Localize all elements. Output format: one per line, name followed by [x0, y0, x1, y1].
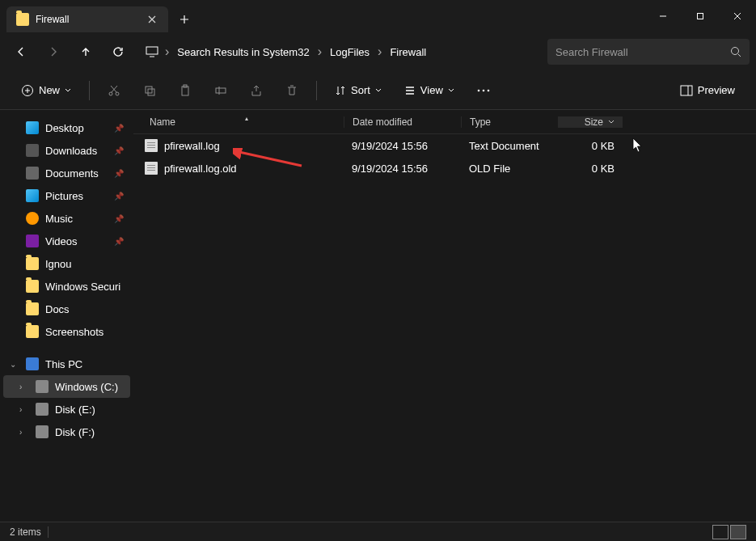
breadcrumb-bar[interactable]: › Search Results in System32 › LogFiles … — [136, 39, 544, 65]
new-tab-button[interactable] — [171, 6, 197, 32]
sidebar-item-drive[interactable]: ›Disk (F:) — [3, 421, 130, 443]
tab-title: Firewall — [36, 14, 139, 25]
drive-icon — [36, 380, 49, 393]
sidebar-item[interactable]: Downloads📌 — [3, 139, 130, 162]
pc-icon — [26, 357, 39, 370]
sidebar-label: This PC — [45, 358, 82, 370]
folder-icon — [26, 257, 39, 270]
share-button[interactable] — [242, 78, 271, 104]
pc-icon[interactable] — [142, 37, 162, 66]
maximize-button[interactable] — [682, 0, 719, 32]
copy-button[interactable] — [135, 78, 164, 104]
sidebar-item[interactable]: Screenshots — [3, 320, 130, 343]
minimize-button[interactable] — [644, 0, 682, 32]
tab-firewall[interactable]: Firewall — [6, 6, 168, 32]
paste-button[interactable] — [171, 78, 200, 104]
svg-point-4 — [109, 92, 112, 95]
sidebar-label: Desktop — [45, 122, 84, 134]
delete-button[interactable] — [277, 78, 306, 104]
breadcrumb-item[interactable]: Firewall — [385, 43, 431, 61]
sidebar-label: Disk (E:) — [55, 404, 95, 416]
sidebar-item[interactable]: Docs — [3, 298, 130, 320]
search-input[interactable] — [555, 46, 724, 58]
pin-icon: 📌 — [114, 214, 124, 223]
table-row[interactable]: pfirewall.log.old9/19/2024 15:56OLD File… — [133, 157, 756, 180]
folder-icon — [26, 280, 39, 293]
pin-icon: 📌 — [114, 146, 124, 155]
more-button[interactable] — [469, 78, 498, 104]
sidebar-item[interactable]: Windows Securi — [3, 275, 130, 298]
chevron-right-icon: › — [378, 44, 382, 59]
file-date: 9/19/2024 15:56 — [344, 163, 461, 175]
sidebar-item-drive[interactable]: ›Disk (E:) — [3, 398, 130, 421]
thumbnails-view-button[interactable] — [730, 525, 746, 539]
pin-icon: 📌 — [114, 169, 124, 178]
breadcrumb-item[interactable]: Search Results in System32 — [172, 43, 314, 61]
column-name[interactable]: Name ▴ — [133, 116, 344, 128]
sidebar-item[interactable]: Music📌 — [3, 207, 130, 230]
column-date[interactable]: Date modified — [344, 116, 461, 128]
sort-button[interactable]: Sort — [327, 78, 390, 104]
column-size[interactable]: Size — [558, 116, 623, 128]
folder-icon — [26, 302, 39, 315]
sidebar-label: Music — [45, 213, 73, 225]
sidebar-label: Screenshots — [45, 326, 103, 338]
pin-icon: 📌 — [114, 124, 124, 133]
search-icon — [730, 46, 741, 57]
sidebar-item-drive[interactable]: ›Windows (C:) — [3, 375, 130, 398]
sidebar: Desktop📌Downloads📌Documents📌Pictures📌Mus… — [0, 110, 133, 522]
svg-rect-10 — [216, 88, 226, 93]
chevron-down-icon — [65, 87, 71, 94]
svg-rect-1 — [146, 47, 158, 54]
docs-icon — [26, 167, 39, 180]
chevron-down-icon — [375, 87, 382, 94]
forward-button[interactable] — [39, 37, 68, 66]
close-window-button[interactable] — [719, 0, 756, 32]
back-button[interactable] — [6, 37, 36, 66]
sidebar-item[interactable]: Ignou — [3, 252, 130, 275]
sidebar-label: Windows Securi — [45, 281, 120, 293]
refresh-button[interactable] — [103, 37, 133, 66]
sidebar-label: Ignou — [45, 258, 72, 270]
sidebar-item[interactable]: Videos📌 — [3, 230, 130, 252]
preview-button[interactable]: Preview — [672, 78, 743, 104]
svg-point-13 — [488, 89, 490, 91]
up-button[interactable] — [71, 37, 100, 66]
drive-icon — [36, 403, 49, 416]
pin-icon: 📌 — [114, 192, 124, 201]
drive-icon — [36, 425, 49, 438]
svg-rect-8 — [182, 87, 188, 95]
sidebar-item[interactable]: Desktop📌 — [3, 116, 130, 139]
status-bar: 2 items — [0, 522, 756, 541]
details-view-button[interactable] — [712, 525, 729, 539]
breadcrumb-item[interactable]: LogFiles — [325, 43, 374, 61]
file-size: 0 KB — [558, 140, 623, 152]
column-type[interactable]: Type — [461, 116, 558, 128]
folder-icon — [26, 325, 39, 338]
sidebar-item[interactable]: Pictures📌 — [3, 184, 130, 207]
close-tab-button[interactable] — [146, 13, 158, 26]
pin-icon: 📌 — [114, 237, 124, 246]
chevron-right-icon: › — [318, 44, 322, 59]
search-box[interactable] — [547, 39, 750, 65]
file-date: 9/19/2024 15:56 — [344, 140, 461, 152]
toolbar: New Sort View Preview — [0, 71, 756, 110]
file-size: 0 KB — [558, 163, 623, 175]
sidebar-label: Disk (F:) — [55, 426, 95, 438]
sidebar-label: Downloads — [45, 145, 97, 157]
rename-button[interactable] — [206, 78, 235, 104]
new-label: New — [39, 84, 60, 96]
file-type: OLD File — [461, 163, 558, 175]
music-icon — [26, 212, 39, 225]
view-button[interactable]: View — [396, 78, 462, 104]
new-button[interactable]: New — [13, 78, 79, 104]
svg-point-2 — [732, 48, 739, 55]
sidebar-item[interactable]: Documents📌 — [3, 162, 130, 184]
cut-button[interactable] — [99, 78, 129, 104]
chevron-right-icon: › — [19, 383, 29, 391]
sidebar-item-thispc[interactable]: ⌄ This PC — [3, 353, 130, 375]
chevron-down-icon: ⌄ — [10, 360, 19, 369]
sidebar-label: Videos — [45, 235, 78, 247]
view-label: View — [420, 84, 443, 96]
table-row[interactable]: pfirewall.log9/19/2024 15:56Text Documen… — [133, 134, 756, 157]
